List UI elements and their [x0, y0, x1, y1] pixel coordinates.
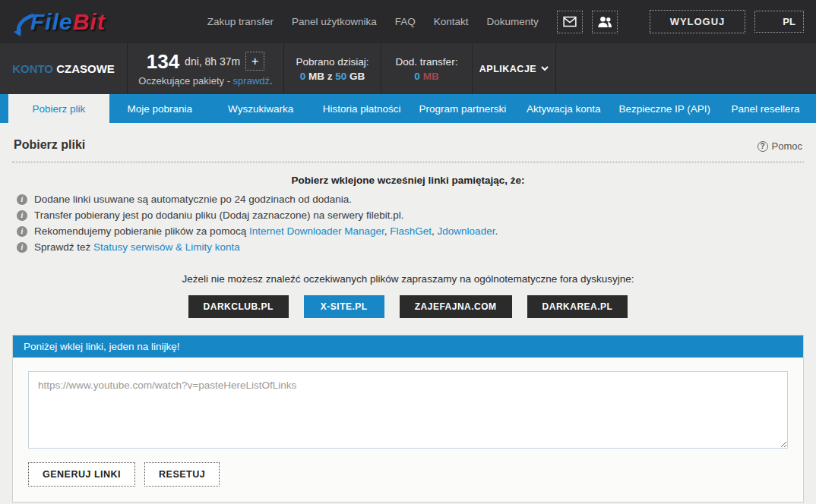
help-label: Pomoc [772, 140, 802, 152]
tab-pobierz-plik[interactable]: Pobierz plik [8, 94, 109, 123]
nav-zakup-transfer[interactable]: Zakup transfer [207, 16, 274, 27]
downloaded-limit: 50 [335, 71, 346, 82]
applications-label: APLIKACJE [479, 64, 536, 74]
link-statusy-limity[interactable]: Statusy serwisów & Limity konta [93, 241, 240, 253]
additional-transfer-cell: Dod. transfer: 0 MB [381, 43, 473, 94]
tab-historia-platnosci[interactable]: Historia płatności [312, 94, 413, 123]
account-type: KONTO CZASOWE [12, 62, 115, 75]
info-icon: i [17, 194, 27, 205]
help-link[interactable]: ? Pomoc [757, 140, 802, 152]
chevron-down-icon [541, 66, 549, 71]
additional-transfer-label: Dod. transfer: [396, 56, 458, 68]
forum-zajefajna-button[interactable]: ZAJEFAJNA.COM [400, 295, 512, 318]
tab-aktywacja-konta[interactable]: Aktywacja konta [513, 94, 614, 123]
transfer-unit: MB [423, 71, 439, 82]
account-bar: KONTO CZASOWE 134 dni, 8h 37m + Oczekują… [0, 43, 816, 94]
links-textarea[interactable] [28, 371, 788, 449]
link-idm[interactable]: Internet Downloader Manager [249, 225, 384, 237]
users-button[interactable] [592, 11, 618, 33]
note-text-4: Sprawdź też Statusy serwisów & Limity ko… [34, 241, 240, 253]
tab-program-partnerski[interactable]: Program partnerski [413, 94, 514, 123]
transfer-amount: 0 [414, 71, 420, 82]
help-icon: ? [757, 141, 768, 152]
downloaded-today-cell: Pobrano dzisiaj: 0 MB z 50 GB [284, 43, 381, 94]
note-line-2: i Transfer pobierany jest po dodaniu pli… [12, 209, 804, 221]
forums-intro: Jeżeli nie możesz znaleźć oczekiwanych p… [12, 273, 804, 285]
note-text-1: Dodane linki usuwane są automatycznie po… [34, 194, 352, 205]
paste-panel-actions: GENERUJ LINKI RESETUJ [28, 462, 788, 487]
tab-wyszukiwarka[interactable]: Wyszukiwarka [210, 94, 312, 123]
reset-button[interactable]: RESETUJ [144, 462, 220, 487]
pending-packages: Oczekujące pakiety - sprawdź. [138, 75, 272, 87]
pending-suffix: . [270, 75, 273, 87]
downloaded-today-label: Pobrano dzisiaj: [296, 56, 368, 68]
note-3-sep2: , [432, 225, 438, 237]
forum-xsite-button[interactable]: X-SITE.PL [304, 295, 384, 318]
logo-part-file: File [30, 9, 73, 34]
forum-darkclub-button[interactable]: DARKCLUB.PL [188, 295, 289, 318]
info-icon: i [17, 210, 27, 221]
nav-faq[interactable]: FAQ [395, 16, 416, 27]
top-nav: Zakup transfer Panel użytkownika FAQ Kon… [207, 11, 618, 33]
note-3-end: . [495, 225, 498, 237]
time-left-cell: 134 dni, 8h 37m + Oczekujące pakiety - s… [128, 43, 284, 94]
note-line-3: i Rekomendujemy pobieranie plików za pom… [12, 225, 804, 237]
forum-buttons-row: DARKCLUB.PL X-SITE.PL ZAJEFAJNA.COM DARK… [12, 295, 804, 318]
generate-links-button[interactable]: GENERUJ LINKI [28, 462, 135, 487]
days-remaining: 134 [147, 52, 179, 71]
logout-button[interactable]: WYLOGUJ [650, 10, 746, 33]
main-content: Pobierz pliki ? Pomoc Pobierz wklejone w… [0, 123, 816, 502]
account-type-prefix: KONTO [12, 62, 53, 75]
pending-check-link[interactable]: sprawdź [233, 75, 270, 87]
header-right: WYLOGUJ PL [650, 10, 804, 33]
downloaded-unit: GB [349, 71, 365, 82]
language-label: PL [783, 16, 795, 27]
nav-dokumenty[interactable]: Dokumenty [487, 16, 539, 27]
title-row: Pobierz pliki ? Pomoc [12, 123, 804, 162]
envelope-icon [563, 16, 577, 27]
main-tab-bar: Pobierz plik Moje pobrania Wyszukiwarka … [0, 94, 816, 123]
logo-part-bit: Bit [73, 9, 106, 34]
account-type-value: CZASOWE [56, 62, 115, 75]
filebit-logo[interactable]: FileBit [12, 5, 176, 39]
time-left-row: 134 dni, 8h 37m + [147, 52, 265, 71]
paste-links-panel: Poniżej wklej linki, jeden na linijkę! G… [12, 335, 804, 502]
page-title: Pobierz pliki [14, 138, 85, 152]
downloaded-used: 0 [300, 71, 306, 82]
note-text-3: Rekomendujemy pobieranie plików za pomoc… [34, 225, 498, 237]
forum-darkarea-button[interactable]: DARKAREA.PL [527, 295, 628, 318]
messages-button[interactable] [557, 11, 583, 33]
users-icon [597, 16, 612, 28]
note-4-pre: Sprawdź też [34, 241, 93, 253]
note-line-1: i Dodane linki usuwane są automatycznie … [12, 194, 804, 205]
paste-panel-body: GENERUJ LINKI RESETUJ [13, 358, 803, 502]
info-icon: i [17, 242, 27, 253]
top-header: FileBit Zakup transfer Panel użytkownika… [0, 0, 816, 43]
time-remaining: dni, 8h 37m [185, 55, 240, 68]
add-time-button[interactable]: + [245, 52, 264, 71]
additional-transfer-value: 0 MB [414, 71, 438, 82]
pending-text: Oczekujące pakiety - [138, 75, 232, 87]
paste-panel-header: Poniżej wklej linki, jeden na linijkę! [13, 335, 803, 358]
tab-bezpieczne-ip[interactable]: Bezpieczne IP (API) [614, 94, 715, 123]
info-icon: i [17, 226, 27, 237]
account-type-cell: KONTO CZASOWE [0, 43, 128, 94]
nav-panel-uzytkownika[interactable]: Panel użytkownika [292, 16, 377, 27]
language-button[interactable]: PL [754, 11, 804, 33]
account-bar-filler [556, 43, 816, 94]
nav-kontakt[interactable]: Kontakt [434, 16, 469, 27]
downloaded-today-value: 0 MB z 50 GB [300, 71, 365, 82]
tab-moje-pobrania[interactable]: Moje pobrania [109, 94, 210, 123]
note-text-2: Transfer pobierany jest po dodaniu pliku… [34, 209, 404, 221]
link-jdownloader[interactable]: Jdownloader [438, 225, 495, 237]
note-3-pre: Rekomendujemy pobieranie plików za pomoc… [34, 225, 249, 237]
tab-panel-resellera[interactable]: Panel resellera [715, 94, 816, 123]
link-flashget[interactable]: FlashGet [390, 225, 432, 237]
intro-heading: Pobierz wklejone wcześniej linki pamięta… [12, 175, 804, 186]
note-line-4: i Sprawdź też Statusy serwisów & Limity … [12, 241, 804, 253]
applications-dropdown[interactable]: APLIKACJE [479, 64, 549, 74]
downloaded-mid: MB z [308, 71, 333, 82]
flag-icon [763, 17, 778, 27]
applications-cell: APLIKACJE [473, 43, 556, 94]
logo-text: FileBit [30, 9, 106, 35]
